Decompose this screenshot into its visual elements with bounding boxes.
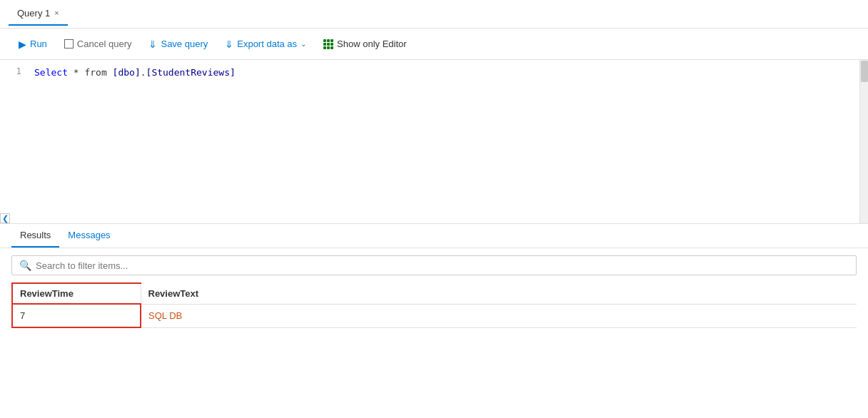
col-header-review-text-label: ReviewText — [148, 288, 199, 299]
editor-content[interactable]: Select * from [dbo].[StudentReviews] — [29, 60, 868, 223]
cell-review-text: SQL DB — [141, 304, 857, 327]
table-header-row: ReviewTime ReviewText — [12, 283, 857, 304]
results-tabs: Results Messages — [0, 224, 868, 248]
save-icon: ⇓ — [148, 39, 157, 50]
vertical-scrollbar[interactable] — [859, 60, 868, 223]
cancel-icon — [64, 39, 74, 49]
run-button[interactable]: ▶ Run — [11, 36, 54, 53]
export-data-button[interactable]: ⇓ Export data as ⌄ — [218, 36, 313, 53]
toolbar: ▶ Run Cancel query ⇓ Save query ⇓ Export… — [0, 29, 868, 60]
export-icon: ⇓ — [225, 39, 233, 50]
search-icon: 🔍 — [19, 260, 31, 271]
run-label: Run — [30, 39, 47, 49]
save-query-button[interactable]: ⇓ Save query — [141, 36, 215, 53]
scrollbar-thumb — [861, 61, 868, 82]
search-input[interactable] — [36, 260, 849, 271]
cancel-query-button[interactable]: Cancel query — [57, 36, 139, 52]
editor-area[interactable]: 1 Select * from [dbo].[StudentReviews] ❮ — [0, 60, 868, 224]
tab-messages-label: Messages — [68, 230, 110, 240]
results-table: ReviewTime ReviewText 7 SQL DB — [11, 282, 857, 328]
query-tab[interactable]: Query 1 × — [9, 2, 68, 26]
dropdown-arrow-icon: ⌄ — [301, 40, 306, 48]
collapse-panel-button[interactable]: ❮ — [0, 213, 10, 223]
tab-label: Query 1 — [17, 8, 50, 19]
run-icon: ▶ — [19, 39, 26, 50]
main-container: Query 1 × ▶ Run Cancel query ⇓ Save quer… — [0, 0, 868, 418]
line-numbers: 1 — [0, 60, 29, 223]
show-editor-button[interactable]: Show only Editor — [316, 36, 414, 52]
cell-review-time: 7 — [12, 304, 141, 327]
tab-messages[interactable]: Messages — [59, 224, 118, 248]
col-header-review-time-label: ReviewTime — [20, 288, 74, 299]
review-time-value: 7 — [20, 310, 25, 321]
tab-close-icon[interactable]: × — [54, 9, 59, 17]
show-editor-label: Show only Editor — [337, 39, 407, 49]
table-row: 7 SQL DB — [12, 304, 857, 327]
cancel-label: Cancel query — [77, 39, 132, 49]
tab-results-label: Results — [20, 230, 51, 240]
col-header-review-time: ReviewTime — [12, 283, 141, 304]
save-label: Save query — [161, 39, 208, 49]
export-label: Export data as — [237, 39, 297, 49]
review-text-value: SQL DB — [148, 310, 182, 321]
col-header-review-text: ReviewText — [141, 283, 857, 304]
tab-results[interactable]: Results — [11, 224, 59, 248]
results-area: Results Messages 🔍 ReviewTime ReviewText — [0, 224, 868, 418]
grid-icon — [323, 39, 333, 49]
tab-bar: Query 1 × — [0, 0, 868, 29]
search-bar[interactable]: 🔍 — [11, 255, 857, 275]
